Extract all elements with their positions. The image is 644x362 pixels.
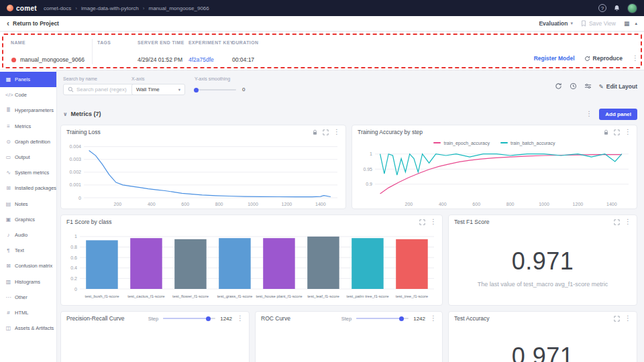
toolbar-right: Evaluation ▾ Save View ▦ ▴ xyxy=(539,20,637,27)
refresh-icon[interactable] xyxy=(555,82,562,90)
sidebar-item-audio[interactable]: ♪Audio xyxy=(0,227,56,243)
panel-kebab-menu-icon[interactable]: ⋮ xyxy=(430,219,437,225)
expand-icon[interactable] xyxy=(614,129,620,135)
experiment-name[interactable]: manual_mongoose_9066 xyxy=(20,56,85,63)
panel-title: ROC Curve xyxy=(261,315,290,322)
step-slider[interactable] xyxy=(356,318,409,319)
help-icon[interactable]: ? xyxy=(598,4,606,12)
section-kebab-menu-icon[interactable]: ⋮ xyxy=(586,111,592,117)
graphics-icon: ▣ xyxy=(5,217,11,223)
panel-kebab-menu-icon[interactable]: ⋮ xyxy=(430,315,437,322)
back-chevron-icon: ‹ xyxy=(7,19,9,27)
sidebar-item-panels[interactable]: ▦Panels xyxy=(0,72,56,87)
experiment-key-link[interactable]: 4f2a75dfe xyxy=(189,56,214,63)
xaxis-label: X-axis xyxy=(131,76,144,81)
sidebar-item-text[interactable]: ¶Text xyxy=(0,243,56,258)
add-panel-button[interactable]: Add panel xyxy=(599,109,637,120)
chevron-down-icon: ∨ xyxy=(63,111,68,117)
collapse-caret-icon[interactable]: ▴ xyxy=(635,21,637,26)
graph-icon: ⊙ xyxy=(5,139,11,145)
user-avatar[interactable] xyxy=(627,3,637,13)
reproduce-icon xyxy=(584,56,590,62)
sidebar-item-code[interactable]: </>Code xyxy=(0,87,56,103)
column-header-server-end-time: SERVER END TIME xyxy=(138,40,184,45)
slider-handle[interactable] xyxy=(194,88,199,93)
edit-layout-label: Edit Layout xyxy=(606,83,637,90)
text-icon: ¶ xyxy=(5,247,11,253)
smoothing-slider[interactable] xyxy=(195,89,236,90)
row-kebab-menu-icon[interactable]: ⋮ xyxy=(632,55,639,62)
lock-icon[interactable] xyxy=(603,129,609,135)
breadcrumb-experiment[interactable]: manual_mongoose_9066 xyxy=(148,5,209,11)
svg-text:1400: 1400 xyxy=(606,202,617,206)
step-value: 1242 xyxy=(413,316,425,322)
sidebar-item-output[interactable]: ▭Output xyxy=(0,149,56,165)
slider-handle[interactable] xyxy=(399,316,404,321)
panel-kebab-menu-icon[interactable]: ⋮ xyxy=(625,129,631,135)
svg-text:test_grass_f1-score: test_grass_f1-score xyxy=(217,294,253,298)
legend-item[interactable]: train_batch_accuracy xyxy=(500,141,555,145)
svg-text:1200: 1200 xyxy=(282,202,292,206)
sidebar-item-notes[interactable]: ▤Notes xyxy=(0,196,56,212)
step-slider[interactable] xyxy=(163,318,215,319)
xaxis-select[interactable]: Wall Time ▾ xyxy=(131,84,185,95)
sidebar-item-histograms[interactable]: ▥Histograms xyxy=(0,274,56,289)
slider-handle[interactable] xyxy=(206,316,211,321)
sidebar-item-graphics[interactable]: ▣Graphics xyxy=(0,212,56,227)
sidebar-item-other[interactable]: ⋯Other xyxy=(0,290,56,305)
history-icon[interactable] xyxy=(570,82,577,90)
system-metrics-icon: ∿ xyxy=(5,170,11,176)
save-view-button[interactable]: Save View xyxy=(581,20,616,27)
test-accuracy-value: 0.971 xyxy=(449,343,637,362)
comet-logo[interactable]: comet xyxy=(7,5,37,12)
expand-icon[interactable] xyxy=(323,129,329,135)
chevron-down-icon: ▾ xyxy=(570,21,573,26)
legend-item[interactable]: train_epoch_accuracy xyxy=(433,141,490,145)
svg-text:0.9: 0.9 xyxy=(366,182,372,186)
svg-text:test_palm tree_f1-score: test_palm tree_f1-score xyxy=(346,294,389,298)
notifications-bell-icon[interactable] xyxy=(613,4,621,12)
panel-kebab-menu-icon[interactable]: ⋮ xyxy=(625,219,631,225)
breadcrumb-workspace[interactable]: comet-docs xyxy=(44,5,71,11)
sidebar-item-hyperparameters[interactable]: ⅢHyperparameters xyxy=(0,103,56,118)
histogram-icon: ▥ xyxy=(5,279,11,285)
comet-logo-text: comet xyxy=(16,5,37,12)
panel-title: Test F1 Score xyxy=(454,219,489,225)
panel-kebab-menu-icon[interactable]: ⋮ xyxy=(625,315,631,322)
sidebar-item-html[interactable]: #HTML xyxy=(0,305,56,320)
svg-text:0.95: 0.95 xyxy=(363,167,372,172)
expand-icon[interactable] xyxy=(419,219,425,225)
sidebar-item-metrics[interactable]: ≡Metrics xyxy=(0,119,56,134)
output-icon: ▭ xyxy=(5,154,11,160)
legend-swatch xyxy=(500,142,508,143)
pencil-icon: ✎ xyxy=(599,83,604,90)
experiment-status-dot xyxy=(11,58,16,62)
register-model-button[interactable]: Register Model xyxy=(534,55,575,62)
svg-text:0.2: 0.2 xyxy=(70,276,77,281)
audio-icon: ♪ xyxy=(5,232,11,238)
view-selector-dropdown[interactable]: Evaluation ▾ xyxy=(539,20,573,27)
lock-icon[interactable] xyxy=(312,129,318,135)
expand-icon[interactable] xyxy=(614,219,620,225)
f1-score-bar-chart: 00.20.40.60.81test_bush_f1-scoretest_cac… xyxy=(62,229,439,304)
expand-icon[interactable] xyxy=(614,316,620,322)
column-header-tags: TAGS xyxy=(97,40,111,45)
column-header-name: NAME xyxy=(11,40,25,45)
panel-training-accuracy: Training Accuracy by step ⋮ train_epoch_… xyxy=(352,125,637,209)
panel-kebab-menu-icon[interactable]: ⋮ xyxy=(237,315,244,322)
metrics-section-toggle[interactable]: ∨ Metrics (7) xyxy=(63,111,101,117)
panel-kebab-menu-icon[interactable]: ⋮ xyxy=(333,129,340,135)
sidebar-item-confusion-matrix[interactable]: ⊠Confusion matrix xyxy=(0,258,56,274)
return-to-project-button[interactable]: ‹ Return to Project xyxy=(7,19,59,27)
breadcrumb-project[interactable]: image-data-with-pytorch xyxy=(81,5,139,11)
options-sliders-icon[interactable] xyxy=(584,82,592,90)
edit-layout-button[interactable]: ✎ Edit Layout xyxy=(599,83,637,90)
sliders-icon: Ⅲ xyxy=(5,107,11,113)
sidebar-item-system-metrics[interactable]: ∿System metrics xyxy=(0,165,56,180)
svg-text:0: 0 xyxy=(78,196,81,200)
sidebar-item-installed-packages[interactable]: ⊞Installed packages xyxy=(0,180,56,196)
table-layout-icon[interactable]: ▦ xyxy=(624,20,630,27)
reproduce-button[interactable]: Reproduce xyxy=(584,55,623,62)
sidebar-item-graph-definition[interactable]: ⊙Graph definition xyxy=(0,134,56,149)
sidebar-item-assets-artifacts[interactable]: ◫Assets & Artifacts xyxy=(0,320,56,336)
